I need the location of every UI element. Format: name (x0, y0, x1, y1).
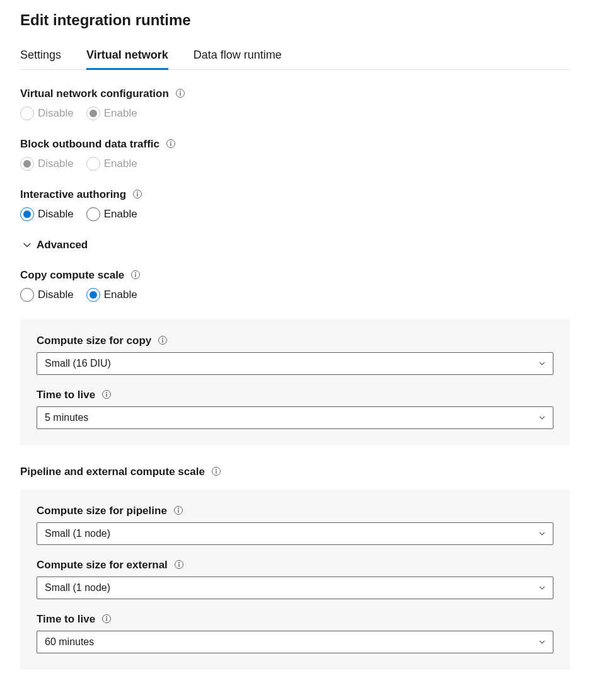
vnet-config-disable: Disable (20, 106, 74, 120)
radio-icon (86, 106, 100, 120)
block-outbound-enable: Enable (86, 157, 137, 171)
svg-rect-11 (136, 274, 136, 277)
info-icon[interactable] (132, 189, 142, 199)
compute-size-pipeline-label: Compute size for pipeline (37, 505, 167, 517)
interactive-authoring-radio-group: Disable Enable (20, 207, 570, 221)
block-outbound-disable: Disable (20, 157, 74, 171)
compute-size-external-label: Compute size for external (37, 559, 168, 571)
pipeline-compute-panel: Compute size for pipeline Small (1 node)… (20, 490, 570, 670)
radio-label: Disable (38, 289, 74, 301)
svg-rect-14 (163, 340, 163, 343)
radio-icon (20, 157, 34, 171)
svg-point-25 (178, 562, 180, 563)
vnet-config-label: Virtual network configuration (20, 88, 169, 100)
info-icon[interactable] (101, 614, 112, 624)
copy-compute-scale-radio-group: Disable Enable (20, 288, 570, 302)
vnet-config-radio-group: Disable Enable (20, 106, 570, 120)
svg-point-16 (106, 392, 107, 393)
select-value: 60 minutes (45, 636, 94, 648)
chevron-down-icon (538, 413, 547, 422)
svg-point-28 (106, 616, 107, 617)
radio-label: Enable (104, 158, 137, 170)
interactive-authoring-disable[interactable]: Disable (20, 207, 74, 221)
tab-virtual-network[interactable]: Virtual network (86, 49, 168, 70)
select-value: 5 minutes (45, 412, 88, 423)
compute-size-copy-select[interactable]: Small (16 DIU) (37, 352, 553, 375)
copy-compute-panel: Compute size for copy Small (16 DIU) Tim… (20, 319, 570, 445)
compute-size-pipeline-select[interactable]: Small (1 node) (37, 522, 553, 545)
radio-icon (86, 207, 100, 221)
radio-label: Disable (38, 107, 74, 120)
info-icon[interactable] (175, 88, 185, 98)
svg-point-19 (216, 469, 217, 470)
chevron-down-icon (538, 638, 547, 646)
chevron-down-icon (538, 359, 547, 368)
chevron-down-icon (538, 583, 547, 592)
select-value: Small (16 DIU) (45, 358, 111, 369)
radio-label: Disable (38, 158, 74, 170)
radio-icon (20, 207, 34, 221)
info-icon[interactable] (174, 559, 184, 570)
copy-compute-scale-label: Copy compute scale (20, 269, 124, 282)
svg-point-7 (137, 192, 138, 193)
chevron-down-icon (23, 241, 32, 250)
copy-ttl-label: Time to live (37, 389, 95, 401)
advanced-toggle[interactable]: Advanced (23, 239, 570, 251)
select-value: Small (1 node) (45, 582, 110, 594)
info-icon[interactable] (173, 505, 183, 515)
tab-data-flow-runtime[interactable]: Data flow runtime (194, 49, 282, 70)
radio-label: Enable (104, 208, 137, 221)
svg-point-1 (180, 91, 181, 92)
select-value: Small (1 node) (45, 528, 110, 539)
svg-point-4 (170, 141, 171, 142)
radio-icon (20, 106, 34, 120)
svg-rect-26 (178, 564, 179, 567)
block-outbound-label: Block outbound data traffic (20, 138, 159, 151)
svg-rect-29 (107, 618, 107, 621)
pipeline-ttl-select[interactable]: 60 minutes (37, 631, 553, 653)
svg-point-22 (178, 508, 179, 509)
page-title: Edit integration runtime (20, 11, 570, 29)
radio-icon (20, 288, 34, 302)
svg-rect-8 (137, 193, 137, 197)
compute-size-external-select[interactable]: Small (1 node) (37, 577, 553, 599)
copy-compute-scale-enable[interactable]: Enable (86, 288, 137, 302)
chevron-down-icon (538, 529, 547, 538)
info-icon[interactable] (130, 270, 141, 280)
pipeline-external-heading: Pipeline and external compute scale (20, 466, 205, 478)
info-icon[interactable] (101, 389, 112, 399)
radio-icon (86, 157, 100, 171)
block-outbound-radio-group: Disable Enable (20, 157, 570, 171)
radio-icon (86, 288, 100, 302)
svg-rect-20 (216, 471, 216, 474)
compute-size-copy-label: Compute size for copy (37, 335, 151, 347)
radio-label: Enable (104, 289, 137, 301)
svg-point-10 (135, 272, 136, 273)
pipeline-ttl-label: Time to live (37, 613, 95, 626)
tab-bar: Settings Virtual network Data flow runti… (20, 48, 570, 70)
svg-rect-23 (178, 510, 178, 513)
info-icon[interactable] (158, 335, 168, 345)
advanced-label: Advanced (37, 239, 88, 251)
info-icon[interactable] (211, 466, 221, 476)
info-icon[interactable] (166, 139, 176, 149)
radio-label: Disable (38, 208, 74, 221)
tab-settings[interactable]: Settings (20, 49, 61, 70)
copy-ttl-select[interactable]: 5 minutes (37, 406, 553, 429)
copy-compute-scale-disable[interactable]: Disable (20, 288, 74, 302)
svg-rect-17 (107, 394, 107, 397)
interactive-authoring-label: Interactive authoring (20, 188, 126, 201)
interactive-authoring-enable[interactable]: Enable (86, 207, 137, 221)
svg-point-13 (162, 338, 163, 339)
svg-rect-5 (170, 143, 171, 146)
radio-label: Enable (104, 107, 137, 120)
vnet-config-enable: Enable (86, 106, 137, 120)
svg-rect-2 (180, 93, 180, 96)
